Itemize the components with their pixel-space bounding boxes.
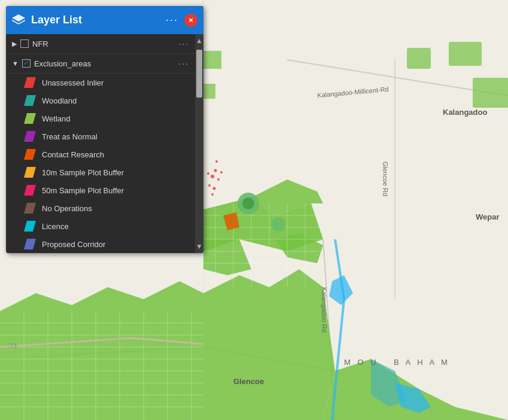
legend-label-no-ops: No Operations [42, 204, 92, 213]
exclusion-layer-row[interactable]: ▼ Exclusion_areas ··· [6, 54, 195, 74]
legend-item-wetland: Wetland [6, 109, 195, 127]
scrollbar-thumb[interactable] [196, 50, 202, 98]
layer-list-scroll[interactable]: ▶ NFR ··· ▼ Exclusion_areas ··· Unassess… [6, 34, 195, 253]
scrollbar-track[interactable]: ▲ ▼ [195, 34, 203, 253]
legend-item-licence: Licence [6, 217, 195, 235]
legend-label-50m: 50m Sample Plot Buffer [42, 186, 124, 195]
swatch-unassessed [24, 77, 36, 88]
legend-label-10m: 10m Sample Plot Buffer [42, 168, 124, 177]
svg-point-41 [217, 178, 220, 181]
svg-point-44 [220, 171, 223, 174]
legend-label-contact: Contact Research [42, 150, 104, 159]
exclusion-options-button[interactable]: ··· [178, 59, 189, 68]
svg-rect-11 [203, 84, 215, 99]
svg-marker-53 [12, 14, 25, 22]
svg-point-45 [215, 160, 218, 163]
svg-point-47 [207, 172, 209, 175]
nfr-layer-name: NFR [32, 39, 175, 48]
legend-label-corridor: Proposed Corridor [42, 240, 105, 249]
nfr-checkbox[interactable] [20, 39, 29, 48]
svg-point-50 [271, 217, 285, 232]
exclusion-checkbox[interactable] [22, 59, 31, 68]
swatch-treat-normal [24, 131, 36, 142]
svg-point-39 [211, 175, 214, 178]
svg-point-43 [213, 187, 216, 190]
layer-list-panel: Layer List ··· × ▶ NFR ··· ▼ Exclusion_a… [6, 6, 203, 253]
svg-rect-7 [407, 48, 431, 69]
svg-rect-10 [203, 51, 221, 69]
swatch-woodland [24, 95, 36, 106]
svg-point-42 [208, 184, 211, 187]
swatch-no-ops [24, 203, 36, 214]
layer-list-close-button[interactable]: × [184, 14, 197, 27]
svg-rect-8 [449, 42, 482, 66]
svg-point-46 [211, 193, 214, 196]
legend-item-treat-normal: Treat as Normal [6, 127, 195, 145]
legend-item-contact: Contact Research [6, 145, 195, 163]
legend-label-treat-normal: Treat as Normal [42, 132, 98, 141]
layer-list-options-button[interactable]: ··· [166, 14, 178, 26]
legend-label-wetland: Wetland [42, 114, 70, 123]
svg-rect-9 [473, 78, 508, 108]
exclusion-expand-arrow[interactable]: ▼ [12, 60, 19, 67]
layer-list-title: Layer List [31, 14, 160, 26]
legend-item-unassessed: Unassessed Inlier [6, 74, 195, 92]
swatch-50m [24, 185, 36, 196]
svg-point-40 [214, 169, 217, 172]
legend-item-woodland: Woodland [6, 92, 195, 109]
exclusion-layer-name: Exclusion_areas [34, 59, 175, 68]
swatch-contact [24, 149, 36, 160]
legend-item-50m: 50m Sample Plot Buffer [6, 181, 195, 199]
swatch-corridor [24, 239, 36, 249]
nfr-layer-row[interactable]: ▶ NFR ··· [6, 34, 195, 54]
nfr-options-button[interactable]: ··· [178, 39, 189, 48]
nfr-expand-arrow[interactable]: ▶ [12, 40, 17, 48]
swatch-licence [24, 221, 36, 232]
scroll-up-arrow[interactable]: ▲ [196, 34, 203, 47]
legend-item-corridor: Proposed Corridor [6, 235, 195, 253]
swatch-10m [24, 167, 36, 178]
svg-point-49 [242, 197, 254, 209]
legend-label-licence: Licence [42, 222, 69, 231]
legend-item-10m: 10m Sample Plot Buffer [6, 163, 195, 181]
layer-list-body: ▶ NFR ··· ▼ Exclusion_areas ··· Unassess… [6, 34, 203, 253]
legend-item-no-ops: No Operations [6, 199, 195, 217]
scroll-down-arrow[interactable]: ▼ [196, 240, 203, 253]
legend-label-woodland: Woodland [42, 96, 77, 105]
legend-label-unassessed: Unassessed Inlier [42, 78, 104, 87]
layers-icon [12, 13, 25, 27]
layer-list-header: Layer List ··· × [6, 6, 203, 34]
swatch-wetland [24, 113, 36, 124]
